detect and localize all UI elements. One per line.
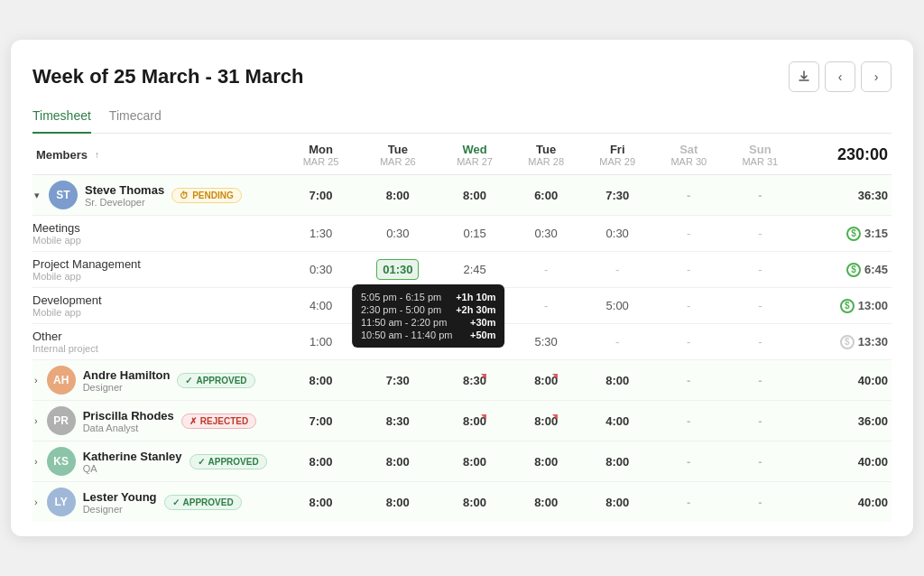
week-title: Week of 25 March - 31 March — [32, 65, 303, 88]
hour-cell: 7:30 — [582, 175, 653, 216]
hour-cell: 8:00 — [285, 441, 356, 482]
member-info-cell: › PR Priscilla Rhodes Data Analyst ✗ REJ… — [32, 401, 285, 441]
tabs: Timesheet Timecard — [32, 103, 892, 134]
task-hour-cell: 0:30 — [582, 216, 653, 252]
dash: - — [544, 263, 548, 276]
expand-button[interactable]: › — [32, 413, 40, 428]
hour-cell: 8:00 — [356, 441, 439, 482]
task-row: Development Mobile app 4:00-4:00-5:00-- … — [32, 288, 892, 324]
task-total-value: 6:45 — [864, 263, 888, 276]
prev-button[interactable]: ‹ — [825, 61, 855, 92]
hour-cell: 7:30 — [356, 360, 439, 401]
hour-cell: 7:00 — [285, 401, 356, 441]
sort-icon[interactable]: ↑ — [95, 150, 99, 160]
badge-icon: ✗ — [189, 416, 197, 426]
member-row: › AH Andre Hamilton Designer ✓ APPROVED … — [32, 360, 892, 401]
status-badge: ✗ REJECTED — [181, 413, 256, 429]
member-row: › KS Katherine Stanley QA ✓ APPROVED 8:0… — [32, 441, 892, 482]
tooltip-container: 01:30 5:05 pm - 6:15 pm+1h 10m2:30 pm - … — [376, 259, 419, 280]
avatar: KS — [47, 447, 76, 476]
hour-cell: - — [653, 441, 725, 482]
task-total: $ 13:30 — [796, 324, 892, 360]
task-hour-cell: - — [725, 252, 796, 288]
hour-cell: 7:00 — [285, 175, 356, 216]
expand-button[interactable]: › — [32, 373, 40, 387]
expand-button[interactable]: › — [32, 454, 40, 469]
member-role: QA — [83, 463, 182, 474]
highlighted-cell[interactable]: 01:30 — [376, 259, 419, 280]
task-total-value: 13:00 — [858, 299, 888, 312]
task-hour-cell: - — [511, 252, 582, 288]
avatar: PR — [47, 406, 76, 435]
member-info-cell: › LY Lester Young Designer ✓ APPROVED — [32, 482, 285, 523]
circle-icon: $ — [846, 227, 861, 241]
dash: - — [758, 496, 762, 509]
badge-icon: ✓ — [198, 457, 205, 467]
hour-cell: 8:00 — [356, 175, 439, 216]
task-hour-cell: 1:00 — [285, 324, 356, 360]
task-row: Project Management Mobile app 0:30 01:30… — [32, 252, 892, 288]
next-button[interactable]: › — [861, 61, 892, 92]
circle-icon: $ — [840, 299, 855, 313]
dash: - — [687, 374, 690, 387]
task-hour-cell: 0:30 — [511, 216, 582, 252]
task-hour-cell: 5:30 — [511, 324, 582, 360]
hour-cell: - — [725, 175, 796, 216]
member-role: Sr. Developer — [85, 197, 164, 208]
task-project: Internal project — [32, 343, 282, 354]
member-total: 40:00 — [796, 360, 892, 401]
badge-icon: ✓ — [185, 376, 192, 386]
badge-icon: ⏱ — [180, 190, 189, 200]
task-hour-cell: 0:15 — [439, 216, 511, 252]
members-header: Members ↑ — [32, 134, 285, 175]
task-name: Project Management — [32, 257, 282, 271]
task-hour-cell: 2:45 — [439, 252, 511, 288]
dash: - — [758, 189, 762, 202]
col-mon: Mon MAR 25 — [285, 134, 356, 175]
hour-cell: 8:00 — [582, 482, 653, 523]
member-role: Designer — [83, 382, 171, 393]
dash: - — [687, 263, 690, 276]
col-fri: Fri MAR 29 — [582, 134, 653, 175]
hour-cell: 8:00 — [511, 360, 582, 401]
avatar: AH — [47, 366, 76, 395]
download-button[interactable] — [789, 61, 819, 92]
avatar: LY — [47, 488, 76, 516]
task-hour-cell: 0:30 — [356, 216, 439, 252]
hour-cell: - — [725, 482, 796, 523]
hour-cell: - — [653, 482, 725, 523]
dash: - — [758, 335, 762, 348]
hour-cell: - — [725, 360, 796, 401]
tab-timesheet[interactable]: Timesheet — [32, 103, 91, 134]
task-row: Other Internal project 1:006:001:005:30-… — [32, 324, 892, 360]
task-hour-cell: 01:30 5:05 pm - 6:15 pm+1h 10m2:30 pm - … — [356, 252, 439, 288]
corner-mark: 8:00 — [534, 414, 558, 428]
status-badge: ⏱ PENDING — [171, 188, 242, 203]
dash: - — [396, 299, 400, 312]
member-role: Data Analyst — [83, 423, 174, 433]
dash: - — [758, 455, 762, 469]
member-name: Andre Hamilton — [83, 368, 171, 382]
task-name-cell: Project Management Mobile app — [32, 252, 285, 288]
timesheet-card: Week of 25 March - 31 March ‹ › Timeshee… — [11, 40, 913, 536]
col-wed: Wed MAR 27 — [439, 134, 511, 175]
corner-mark: 8:00 — [463, 414, 486, 428]
task-total: $ 6:45 — [796, 252, 892, 288]
dash: - — [544, 299, 548, 312]
tab-timecard[interactable]: Timecard — [109, 103, 162, 134]
expand-button[interactable]: ▾ — [32, 188, 42, 203]
expand-button[interactable]: › — [32, 495, 40, 509]
task-hour-cell: - — [653, 252, 725, 288]
col-sun: Sun MAR 31 — [725, 134, 796, 175]
hour-cell: 8:00 — [582, 441, 653, 482]
member-total: 36:00 — [796, 401, 892, 441]
hour-cell: - — [653, 175, 725, 216]
dash: - — [687, 414, 690, 428]
task-name-cell: Meetings Mobile app — [32, 216, 285, 252]
hour-cell: 8:00 — [356, 482, 439, 523]
task-name: Development — [32, 293, 282, 307]
dash: - — [758, 299, 762, 312]
member-total: 36:30 — [796, 175, 892, 216]
grand-total: 230:00 — [796, 134, 892, 175]
hour-cell: 8:00 — [285, 482, 356, 523]
